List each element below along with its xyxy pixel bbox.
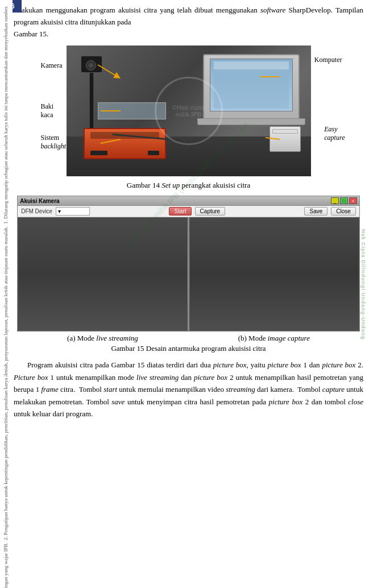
software-ui-window: Akuisi Kamera _ □ × DFM Device ▾ Start C… [17,196,360,332]
picture-box-italic-3: picture box [322,361,355,369]
software-word: software [260,6,285,14]
start-italic: start [103,385,117,394]
left-copyright-strip: 1. Dilarang mengutip sebagian atau selur… [0,0,13,588]
intro-paragraph: dilakukan menggunakan program akuisisi c… [14,5,363,40]
save-italic: save [111,397,125,406]
body-paragraph: Program akuisisi citra pada Gambar 15 di… [14,359,363,420]
label-komputer: Komputer [314,56,342,64]
sub-caption-a: (a) Mode live streaming [67,334,138,343]
figure-14-container: ©Hak ciptamilik IPB Kamera Bakikaca Sist… [67,45,311,176]
maximize-button[interactable]: □ [340,197,348,204]
ipb-watermark-text: Hak Cipta Dilindungi Undang-Undang [360,229,366,340]
picture-box-italic-4: Picture box [14,373,48,382]
caption-prefix: Gambar 14 [127,181,161,189]
picture-box-italic-5: picture box [194,373,227,382]
figure-15-caption: Gambar 15 Desain antarmuka program akuis… [17,344,360,353]
window-controls: _ □ × [331,197,357,204]
capture-italic: capture [322,385,345,394]
caption-suffix: perangkat akuisisi citra [180,181,250,189]
intro-text-3: Gambar 15. [14,30,48,38]
minimize-button[interactable]: _ [331,197,339,204]
close-button[interactable]: Close [331,207,356,216]
start-button[interactable]: Start [169,207,191,216]
figure-15-container: Akuisi Kamera _ □ × DFM Device ▾ Start C… [17,196,360,353]
figure-14-photo: ©Hak ciptamilik IPB [67,45,311,176]
device-label: DFM Device [21,208,52,214]
save-button[interactable]: Save [304,207,327,216]
software-toolbar: DFM Device ▾ Start Capture Save Close [18,206,359,217]
live-streaming-italic: live streaming [136,373,179,382]
picture-box-italic-2: picture box [268,361,301,369]
titlebar-title: Akuisi Kamera [20,198,59,204]
frame-italic: frame [41,385,58,394]
sub-caption-b: (b) Mode image capture [238,334,310,343]
label-baki-kaca: Bakikaca [41,102,54,119]
picture-box-italic-6: picture box [269,397,303,406]
label-easy-capture: Easycapture [324,125,345,142]
intro-text-1: dilakukan menggunakan program akuisisi c… [14,6,258,14]
sub-captions: (a) Mode live streaming (b) Mode image c… [17,334,360,343]
copyright-text-2: 2. Pengutipan hanya untuk kepentingan pe… [3,226,10,540]
label-kamera: Kamera [41,61,63,70]
streaming-italic: streaming [226,385,255,394]
device-dropdown[interactable]: ▾ [56,207,90,216]
software-titlebar: Akuisi Kamera _ □ × [18,196,359,206]
capture-button[interactable]: Capture [195,207,226,216]
copyright-text-1: 1. Dilarang mengutip sebagian atau selur… [3,6,10,224]
caption-set-up: Set up [161,181,180,189]
copyright-text-3: 3. Pengutipan tidak merugikan kepentinga… [3,543,10,588]
label-sistem-backlight: Sistembacklight [41,134,67,151]
close-window-button[interactable]: × [349,197,357,204]
right-watermark-strip: Hak Cipta Dilindungi Undang-Undang [358,114,369,455]
figure-14-caption: Gambar 14 Set up perangkat akuisisi citr… [14,181,363,190]
picture-box-italic-1: picture box [213,361,247,369]
picture-box-1 [18,217,188,331]
main-content: dilakukan menggunakan program akuisisi c… [14,0,363,420]
software-picture-boxes [18,217,359,331]
picture-box-2 [189,217,359,331]
